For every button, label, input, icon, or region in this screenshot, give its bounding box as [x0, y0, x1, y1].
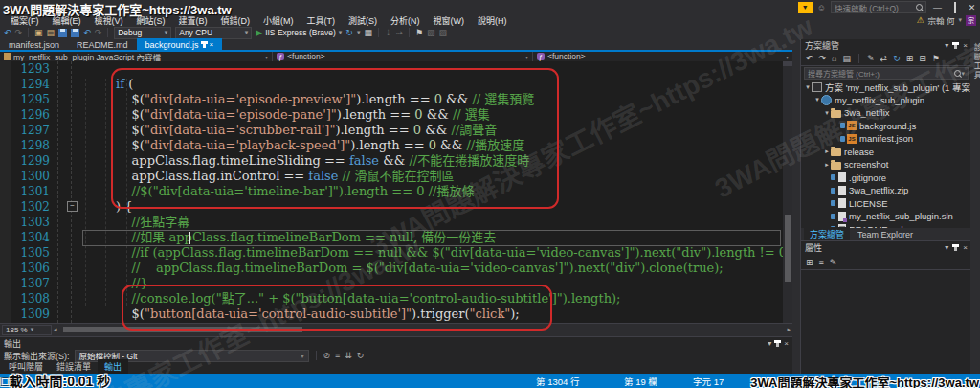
categorized-icon[interactable]: ⊞ — [806, 258, 813, 267]
notification-warning-icon[interactable]: ⚠ — [917, 15, 924, 25]
properties-icon[interactable]: ⚑ — [932, 54, 940, 63]
code-line[interactable]: 1303 //狂點字幕 — [0, 215, 783, 230]
restore-button[interactable] — [948, 3, 961, 12]
menu-item[interactable]: 檢視(V) — [88, 14, 130, 27]
tree-item[interactable]: LICENSE — [801, 197, 971, 211]
menu-item[interactable]: 編輯(E) — [46, 14, 88, 27]
diagnostic-tools-tab[interactable]: 診斷工具 — [971, 43, 980, 80]
member-select[interactable]: ƒ <function>▾ — [533, 52, 792, 61]
panel-tab-Team Explorer[interactable]: Team Explorer — [852, 229, 919, 240]
tab-manifest.json[interactable]: manifest.json — [0, 38, 68, 50]
solution-explorer-search-input[interactable]: 搜尋方案總管 (Ctrl+;) ▾ — [804, 67, 969, 80]
tree-item[interactable]: .gitignore — [801, 171, 971, 185]
switch-views-icon[interactable]: ▤ — [843, 54, 852, 63]
code-line[interactable]: 1305 //if (appClass.flag.timelineBarDom … — [0, 245, 783, 261]
signed-in-user[interactable]: 宗翰 何 — [928, 14, 955, 26]
close-icon[interactable]: × — [784, 339, 789, 348]
close-button[interactable]: ✕ — [966, 3, 978, 12]
undo-icon[interactable]: ↶ — [83, 27, 91, 38]
save-icon[interactable] — [58, 29, 67, 37]
editor-vertical-scrollbar[interactable] — [783, 61, 792, 323]
window-position-chevron-icon[interactable]: ▾ — [768, 339, 771, 348]
refresh-icon[interactable]: ↻ — [345, 27, 353, 38]
comment-icon[interactable]: ▧ — [427, 27, 435, 38]
uncomment-icon[interactable]: ▨ — [439, 27, 448, 38]
goto-message-icon[interactable]: ↻ — [357, 351, 365, 360]
tree-item[interactable]: ▾3wa_netflix — [801, 106, 971, 120]
menu-item[interactable]: 工具(T) — [301, 14, 343, 27]
menu-item[interactable]: 說明(H) — [471, 14, 514, 27]
project-context-select[interactable]: my_netflix_sub_plugin JavaScript 內容檔▾ — [0, 52, 273, 61]
menu-item[interactable]: 視窗(W) — [427, 14, 472, 27]
solution-configuration-select[interactable]: Debug▾ — [114, 27, 171, 39]
start-debugging-button[interactable]: ▶ IIS Express (Brave) ▾ — [256, 28, 342, 37]
step-over-icon[interactable]: ⇢ — [395, 27, 403, 38]
bookmark-icon[interactable]: ⚑ — [415, 27, 423, 38]
window-position-chevron-icon[interactable]: ▾ — [945, 243, 948, 252]
tree-item[interactable]: ▾方案 'my_netflix_sub_plugin' (1 專案) — [801, 80, 971, 94]
code-fold-collapse-icon[interactable]: − — [67, 201, 78, 212]
tree-item[interactable]: JSbackground.js — [801, 120, 971, 133]
tree-item[interactable]: my_netflix_sub_plugin.sln — [801, 210, 971, 223]
toggle-word-wrap-icon[interactable]: ≡ — [335, 351, 340, 360]
pending-changes-filter-icon[interactable]: ✎ — [867, 54, 875, 63]
tree-item[interactable]: ▸release — [801, 146, 971, 159]
pin-icon[interactable] — [203, 42, 206, 48]
tree-item[interactable]: ▾my_netflix_sub_plugin — [801, 94, 971, 107]
tree-item[interactable]: JSmanifest.json — [801, 132, 971, 146]
sync-with-active-document-icon[interactable]: ⇄ — [880, 54, 888, 63]
user-menu-chevron-icon[interactable]: ▾ — [958, 16, 962, 24]
menu-item[interactable]: 分析(N) — [384, 14, 427, 27]
panel-tab-方案總管[interactable]: 方案總管 — [804, 227, 850, 241]
menu-item[interactable]: 網站(S) — [130, 14, 172, 27]
minimize-button[interactable]: — — [931, 3, 944, 12]
tab-README.md[interactable]: README.md — [68, 38, 137, 50]
step-into-icon[interactable]: ⇣ — [385, 27, 392, 38]
pin-icon[interactable] — [954, 245, 957, 251]
chevron-expanded-icon[interactable]: ▾ — [804, 83, 812, 91]
alphabetical-icon[interactable]: ≡ — [819, 258, 824, 267]
autoscroll-icon[interactable]: ⇊ — [345, 351, 352, 360]
pin-icon[interactable] — [954, 43, 957, 49]
collapse-all-icon[interactable]: ⊟ — [919, 54, 926, 63]
close-icon[interactable]: × — [963, 41, 968, 50]
tree-item[interactable]: 3wa_netflix.zip — [801, 184, 971, 197]
open-file-icon[interactable]: ▤ — [47, 27, 56, 38]
scrollbar-thumb[interactable] — [785, 215, 791, 282]
close-icon[interactable]: × — [963, 243, 968, 252]
menu-item[interactable]: 偵錯(D) — [214, 14, 257, 27]
navigate-back-icon[interactable]: ↶ — [806, 54, 813, 63]
scroll-right-icon[interactable]: ▸ — [785, 326, 792, 333]
feedback-icon[interactable]: ☺ — [817, 3, 826, 12]
solution-platform-select[interactable]: Any CPU▾ — [175, 27, 252, 39]
editor-zoom-select[interactable]: 185 %▾ — [2, 325, 52, 335]
menu-item[interactable]: 小組(M) — [256, 14, 301, 27]
tree-item[interactable]: ▸screenshot — [801, 158, 971, 171]
clear-output-icon[interactable]: ⊘ — [323, 351, 331, 360]
pin-icon[interactable] — [776, 341, 779, 347]
user-avatar[interactable]: 宗 — [966, 15, 976, 26]
type-select[interactable]: ƒ <function>▾ — [273, 52, 533, 61]
property-pages-icon[interactable]: ✎ — [830, 258, 837, 267]
find-in-files-icon[interactable]: ▦ — [364, 27, 372, 38]
quick-launch-input[interactable]: 快速啟動 (Ctrl+Q) — [831, 1, 926, 13]
nest-related-files-icon[interactable]: ⊞ — [906, 54, 914, 63]
filter-notifications-button[interactable]: ▼ — [798, 2, 813, 13]
refresh-icon[interactable]: ↻ — [893, 54, 901, 63]
chevron-collapsed-icon[interactable]: ▸ — [823, 161, 831, 169]
tab-background.js[interactable]: background.js× — [137, 38, 223, 50]
navigate-forward-icon[interactable]: ↷ — [15, 27, 23, 38]
navigate-backward-icon[interactable]: ↶ — [4, 27, 11, 38]
menu-item[interactable]: 檔案(F) — [4, 14, 46, 27]
scroll-left-icon[interactable]: ◂ — [52, 326, 59, 333]
chevron-expanded-icon[interactable]: ▾ — [813, 96, 821, 103]
code-line[interactable]: 1306 // appClass.flag.timelineBarDom = $… — [0, 261, 783, 276]
redo-icon[interactable]: ↷ — [95, 27, 102, 38]
chevron-expanded-icon[interactable]: ▾ — [823, 109, 831, 117]
save-all-icon[interactable] — [71, 29, 79, 37]
home-icon[interactable]: ⌂ — [832, 54, 836, 63]
chevron-collapsed-icon[interactable]: ▸ — [823, 148, 831, 155]
editor-split-handle[interactable] — [783, 61, 792, 66]
close-icon[interactable]: × — [210, 40, 214, 49]
new-project-icon[interactable]: ▣ — [34, 27, 43, 38]
